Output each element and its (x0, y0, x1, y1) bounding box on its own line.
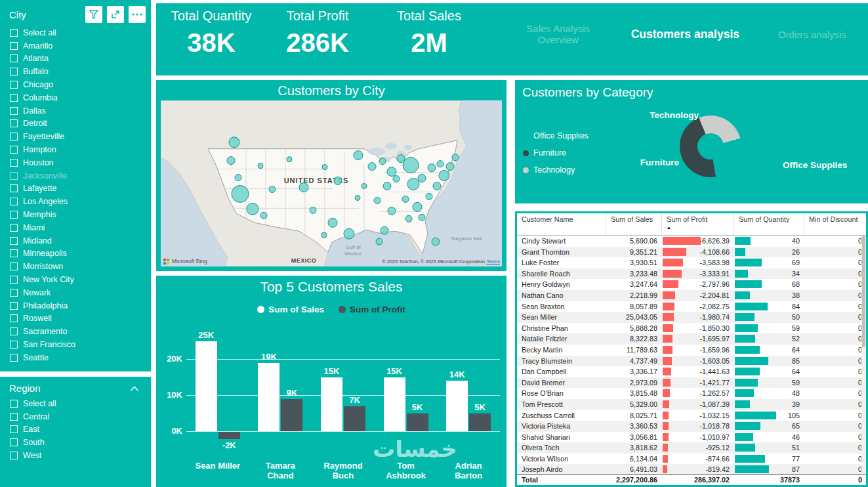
collapse-chevron-icon[interactable] (130, 383, 139, 394)
table-row[interactable]: Zuschuss Carroll8,025.71-1,032.151050 (517, 410, 866, 421)
checkbox-icon[interactable] (10, 119, 18, 127)
city-bubble[interactable] (426, 193, 432, 200)
city-bubble[interactable] (328, 218, 337, 227)
tab-customers-analysis[interactable]: Customers analysis (631, 28, 739, 41)
city-bubble[interactable] (452, 154, 459, 161)
filter-option-central[interactable]: Central (0, 410, 151, 423)
column-header-sum-of-sales[interactable]: Sum of Sales (606, 213, 661, 235)
column-header-customer-name[interactable]: Customer Name (517, 213, 606, 235)
filter-option-select-all[interactable]: Select all (0, 26, 151, 39)
checkbox-icon[interactable] (10, 68, 18, 75)
table-row[interactable]: Victoria Pisteka3,360.53-1,018.78650 (517, 421, 866, 432)
table-row[interactable]: Cindy Stewart5,690.06-6,626.39400 (517, 236, 866, 247)
filter-option-detroit[interactable]: Detroit (0, 117, 151, 131)
more-options-icon[interactable] (129, 6, 146, 23)
filter-option-jacksonville[interactable]: Jacksonville (0, 169, 151, 182)
city-bubble[interactable] (405, 215, 412, 222)
table-row[interactable]: Rose O'Brian3,815.48-1,262.57480 (517, 388, 866, 399)
filter-option-buffalo[interactable]: Buffalo (0, 65, 151, 78)
city-bubble[interactable] (403, 158, 419, 173)
city-bubble[interactable] (368, 163, 376, 171)
checkbox-icon[interactable] (10, 302, 18, 310)
filter-option-chicago[interactable]: Chicago (0, 78, 151, 91)
filter-option-los-angeles[interactable]: Los Angeles (0, 195, 151, 208)
city-bubble[interactable] (310, 207, 316, 213)
checkbox-icon[interactable] (10, 172, 18, 180)
table-row[interactable]: Grant Thornton9,351.21-4,108.66260 (517, 247, 866, 258)
filter-option-fayetteville[interactable]: Fayetteville (0, 130, 151, 143)
city-bubble[interactable] (428, 164, 436, 172)
table-row[interactable]: Sean Braxton8,057.89-2,082.75840 (517, 301, 866, 312)
filter-option-columbia[interactable]: Columbia (0, 91, 151, 104)
city-bubble[interactable] (439, 171, 449, 181)
city-bubble[interactable] (260, 212, 267, 219)
filter-option-select-all[interactable]: Select all (0, 397, 151, 410)
city-bubble[interactable] (287, 157, 292, 162)
filter-option-san-francisco[interactable]: San Francisco (0, 338, 151, 351)
city-bubble[interactable] (376, 238, 382, 245)
filter-option-miami[interactable]: Miami (0, 221, 151, 234)
filter-option-houston[interactable]: Houston (0, 156, 151, 169)
table-row[interactable]: Sean Miller25,043.05-1,980.74500 (517, 312, 866, 323)
checkbox-icon[interactable] (10, 452, 18, 459)
bing-map[interactable]: UNITED STATES MEXICO Gulf of Mexico Sarg… (161, 100, 502, 266)
table-row[interactable]: Luke Foster3,930.51-3,583.98690 (517, 257, 866, 268)
table-row[interactable]: Natalie Fritzler8,322.83-1,695.97520 (517, 333, 866, 345)
filter-option-atlanta[interactable]: Atlanta (0, 53, 151, 66)
filter-option-seattle[interactable]: Seattle (0, 351, 151, 364)
city-bubble[interactable] (362, 184, 367, 189)
filter-option-minneapolis[interactable]: Minneapolis (0, 247, 151, 261)
checkbox-icon[interactable] (10, 413, 18, 421)
table-row[interactable]: Tracy Blumstein4,737.49-1,603.05850 (517, 356, 866, 367)
city-bubble[interactable] (299, 183, 308, 192)
checkbox-icon[interactable] (10, 341, 18, 349)
donut-chart[interactable] (680, 116, 741, 177)
filter-option-amarillo[interactable]: Amarillo (0, 39, 151, 53)
table-row[interactable]: Dan Campbell3,336.17-1,441.63640 (517, 366, 866, 377)
table-row[interactable]: Henry Goldwyn3,247.64-2,797.96680 (517, 279, 866, 290)
filter-option-east[interactable]: East (0, 423, 151, 436)
city-bubble[interactable] (381, 226, 388, 234)
filter-option-morristown[interactable]: Morristown (0, 260, 151, 273)
column-header-sum-of-profit[interactable]: Sum of Profit ▲ (661, 213, 734, 235)
city-bubble[interactable] (413, 202, 422, 211)
table-row[interactable]: Christine Phan5,888.28-1,850.30590 (517, 323, 866, 334)
sum-of-sales-bar[interactable] (258, 363, 279, 432)
legend-item-sum-of-profit[interactable]: Sum of Profit (339, 305, 405, 314)
city-bubble[interactable] (432, 238, 440, 245)
city-bubble[interactable] (354, 151, 363, 160)
table-row[interactable]: Sharelle Roach3,233.48-3,333.91340 (517, 268, 866, 280)
checkbox-icon[interactable] (10, 29, 18, 37)
legend-item-technology[interactable]: Technology (523, 161, 589, 179)
sum-of-profit-bar[interactable] (281, 399, 302, 432)
tab-orders-analysis[interactable]: Orders analysis (770, 29, 855, 40)
city-bubble[interactable] (269, 186, 276, 192)
checkbox-icon[interactable] (10, 54, 18, 62)
checkbox-icon[interactable] (10, 438, 18, 446)
city-bubble[interactable] (407, 179, 419, 190)
filter-option-philadelphia[interactable]: Philadelphia (0, 299, 151, 312)
table-row[interactable]: Shahid Shariari3,056.81-1,010.97460 (517, 432, 866, 443)
checkbox-icon[interactable] (10, 328, 18, 335)
city-bubble[interactable] (235, 175, 241, 181)
sum-of-sales-bar[interactable] (196, 341, 217, 432)
city-bubble[interactable] (446, 163, 454, 171)
checkbox-icon[interactable] (10, 159, 18, 167)
city-bubble[interactable] (418, 175, 426, 182)
checkbox-icon[interactable] (10, 184, 18, 192)
scrollbar-thumb[interactable] (862, 236, 865, 347)
filter-option-hampton[interactable]: Hampton (0, 143, 151, 156)
checkbox-icon[interactable] (10, 81, 18, 89)
map-terms-link[interactable]: Terms (487, 259, 500, 265)
city-bubble[interactable] (258, 163, 263, 169)
checkbox-icon[interactable] (10, 133, 18, 140)
checkbox-icon[interactable] (10, 107, 18, 115)
legend-item-office-supplies[interactable]: Office Supplies (523, 127, 589, 144)
city-bubble[interactable] (419, 214, 425, 221)
city-bubble[interactable] (229, 137, 239, 148)
city-bubble[interactable] (393, 176, 400, 182)
city-bubble[interactable] (227, 157, 235, 165)
city-bubble[interactable] (322, 165, 327, 170)
checkbox-icon[interactable] (10, 94, 18, 102)
city-bubble[interactable] (402, 196, 409, 202)
